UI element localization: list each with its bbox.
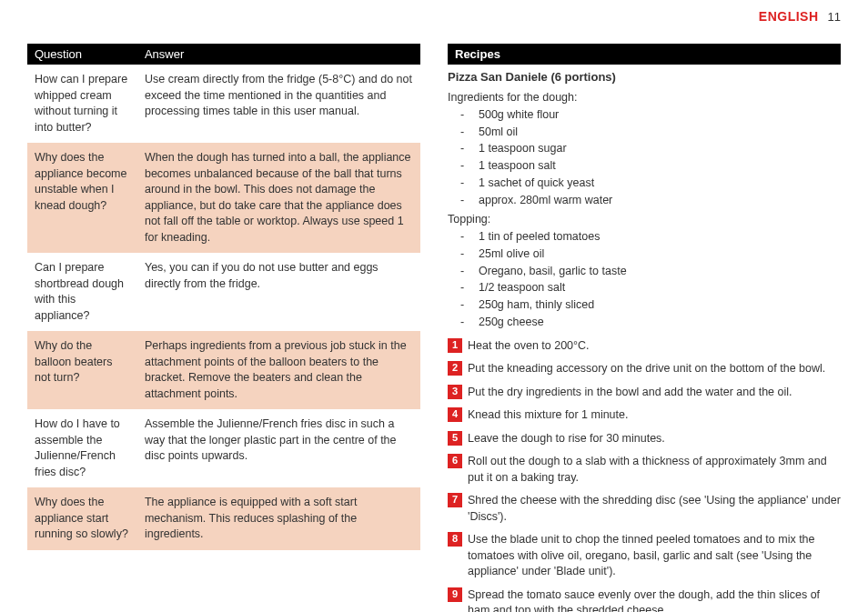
qa-answer: Use cream directly from the fridge (5-8°…	[137, 65, 420, 143]
dough-ingredient: 500g white flour	[448, 106, 841, 124]
recipe-step: 6Roll out the dough to a slab with a thi…	[448, 454, 841, 486]
step-text: Spread the tomato sauce evenly over the …	[468, 587, 841, 613]
topping-heading: Topping:	[448, 211, 841, 228]
step-number-badge: 5	[448, 431, 462, 446]
qa-question: Why do the balloon beaters not turn?	[27, 331, 137, 409]
qa-question: Can I prepare shortbread dough with this…	[27, 253, 137, 331]
qa-table: Question Answer How can I prepare whippe…	[27, 44, 420, 550]
qa-row: Why does the appliance become unstable w…	[27, 143, 420, 253]
step-number-badge: 3	[448, 385, 462, 399]
qa-answer: Perhaps ingredients from a previous job …	[137, 331, 420, 409]
recipe-title: Pizza San Daniele (6 portions)	[448, 70, 841, 84]
qa-row: Why does the appliance start running so …	[27, 487, 420, 550]
step-number-badge: 1	[448, 338, 462, 353]
dough-ingredient: 50ml oil	[448, 124, 841, 141]
topping-ingredient: 25ml olive oil	[448, 246, 841, 263]
qa-question: Why does the appliance start running so …	[27, 487, 137, 550]
step-text: Roll out the dough to a slab with a thic…	[468, 454, 841, 486]
step-text: Shred the cheese with the shredding disc…	[468, 493, 841, 525]
qa-header-answer: Answer	[137, 44, 420, 65]
topping-ingredient: 250g cheese	[448, 314, 841, 331]
dough-ingredient: 1 sachet of quick yeast	[448, 175, 841, 192]
page-number: 11	[828, 10, 841, 24]
step-number-badge: 6	[448, 454, 462, 468]
recipe-step: 9Spread the tomato sauce evenly over the…	[448, 587, 841, 613]
recipes-section-header: Recipes	[448, 44, 841, 65]
step-text: Heat the oven to 200°C.	[468, 338, 841, 355]
qa-question: How do I have to assemble the Julienne/F…	[27, 409, 137, 487]
topping-ingredient: 250g ham, thinly sliced	[448, 296, 841, 314]
qa-answer: When the dough has turned into a ball, t…	[137, 143, 420, 253]
page-header: ENGLISH 11	[0, 0, 868, 24]
qa-header-question: Question	[27, 44, 137, 65]
page-content: Question Answer How can I prepare whippe…	[0, 24, 868, 612]
recipe-steps: 1Heat the oven to 200°C.2Put the kneadin…	[448, 338, 841, 613]
ingredients-block: Ingredients for the dough: 500g white fl…	[448, 89, 841, 331]
recipe-step: 2Put the kneading accessory on the drive…	[448, 361, 841, 377]
recipe-step: 8Use the blade unit to chop the tinned p…	[448, 532, 841, 580]
topping-ingredient: 1/2 teaspoon salt	[448, 279, 841, 296]
step-number-badge: 2	[448, 361, 462, 376]
recipe-column: Recipes Pizza San Daniele (6 portions) I…	[448, 44, 841, 612]
step-text: Knead this mixture for 1 minute.	[468, 407, 841, 424]
recipe-step: 5Leave the dough to rise for 30 minutes.	[448, 431, 841, 447]
step-text: Leave the dough to rise for 30 minutes.	[468, 431, 841, 447]
step-number-badge: 7	[448, 493, 462, 507]
dough-ingredient: approx. 280ml warm water	[448, 192, 841, 209]
step-text: Use the blade unit to chop the tinned pe…	[468, 532, 841, 580]
step-number-badge: 8	[448, 532, 462, 547]
dough-ingredient: 1 teaspoon sugar	[448, 140, 841, 157]
qa-row: How do I have to assemble the Julienne/F…	[27, 409, 420, 487]
recipe-step: 1Heat the oven to 200°C.	[448, 338, 841, 355]
qa-answer: The appliance is equipped with a soft st…	[137, 487, 420, 550]
step-number-badge: 9	[448, 587, 462, 602]
qa-answer: Yes, you can if you do not use butter an…	[137, 253, 420, 331]
qa-question: How can I prepare whipped cream without …	[27, 65, 137, 143]
qa-answer: Assemble the Julienne/French fries disc …	[137, 409, 420, 487]
qa-column: Question Answer How can I prepare whippe…	[27, 44, 420, 612]
recipe-step: 4Knead this mixture for 1 minute.	[448, 407, 841, 424]
recipe-step: 7Shred the cheese with the shredding dis…	[448, 493, 841, 525]
topping-ingredient: Oregano, basil, garlic to taste	[448, 263, 841, 280]
step-text: Put the kneading accessory on the drive …	[468, 361, 841, 377]
qa-row: Can I prepare shortbread dough with this…	[27, 253, 420, 331]
step-text: Put the dry ingredients in the bowl and …	[468, 385, 841, 401]
dough-ingredient: 1 teaspoon salt	[448, 157, 841, 175]
qa-question: Why does the appliance become unstable w…	[27, 143, 137, 253]
qa-row: How can I prepare whipped cream without …	[27, 65, 420, 143]
language-label: ENGLISH	[759, 9, 819, 24]
step-number-badge: 4	[448, 407, 462, 422]
recipe-step: 3Put the dry ingredients in the bowl and…	[448, 385, 841, 401]
qa-row: Why do the balloon beaters not turn?Perh…	[27, 331, 420, 409]
topping-ingredient: 1 tin of peeled tomatoes	[448, 228, 841, 246]
dough-heading: Ingredients for the dough:	[448, 89, 841, 106]
